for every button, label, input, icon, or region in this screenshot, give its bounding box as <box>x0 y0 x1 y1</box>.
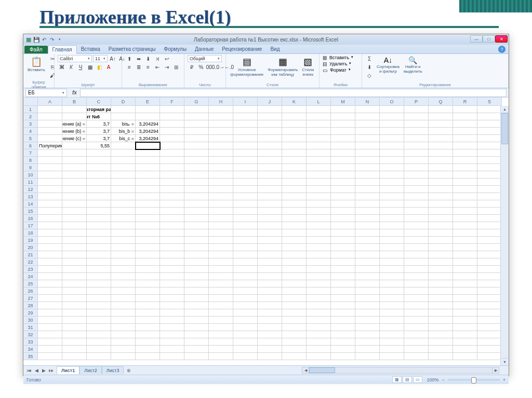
cell-F3[interactable] <box>160 120 184 128</box>
cell-E22[interactable] <box>136 258 160 266</box>
cell-B29[interactable] <box>62 309 87 317</box>
cell-M30[interactable] <box>331 317 355 324</box>
cell-P32[interactable] <box>404 331 429 338</box>
cell-R10[interactable] <box>453 171 477 179</box>
cell-I33[interactable] <box>233 338 258 346</box>
cell-O18[interactable] <box>380 229 404 237</box>
cell-I10[interactable] <box>233 171 258 179</box>
cell-N20[interactable] <box>355 244 380 251</box>
cell-M27[interactable] <box>331 295 355 302</box>
cell-H19[interactable] <box>209 237 233 244</box>
zoom-slider[interactable] <box>448 379 500 381</box>
cell-A10[interactable] <box>38 171 62 179</box>
cell-I3[interactable] <box>233 120 258 128</box>
cell-K33[interactable] <box>282 338 307 346</box>
cell-B34[interactable] <box>62 346 87 353</box>
cell-P3[interactable] <box>404 120 429 128</box>
cell-G19[interactable] <box>184 237 209 244</box>
format-cells-button[interactable]: ▭Формат▾ <box>323 67 351 73</box>
cell-E23[interactable] <box>136 266 160 273</box>
cell-N32[interactable] <box>355 331 380 338</box>
cell-M20[interactable] <box>331 244 355 251</box>
cell-K14[interactable] <box>282 200 307 208</box>
cell-S31[interactable] <box>477 324 502 331</box>
cell-G27[interactable] <box>184 295 209 302</box>
cell-S7[interactable] <box>477 149 502 157</box>
underline-icon[interactable]: Ч <box>76 63 85 71</box>
cell-M11[interactable] <box>331 179 355 186</box>
cell-G25[interactable] <box>184 280 209 287</box>
cell-M3[interactable] <box>331 120 355 128</box>
cell-L1[interactable] <box>307 106 331 113</box>
cell-J12[interactable] <box>258 186 282 193</box>
cell-A33[interactable] <box>38 338 62 346</box>
col-header-C[interactable]: C <box>87 98 111 106</box>
cell-I7[interactable] <box>233 149 258 157</box>
cell-G21[interactable] <box>184 251 209 258</box>
cell-B7[interactable] <box>62 149 87 157</box>
cell-L14[interactable] <box>307 200 331 208</box>
cell-G28[interactable] <box>184 302 209 309</box>
cell-S15[interactable] <box>477 208 502 215</box>
cell-E2[interactable] <box>136 113 160 120</box>
cell-M33[interactable] <box>331 338 355 346</box>
cell-G24[interactable] <box>184 273 209 280</box>
cell-F27[interactable] <box>160 295 184 302</box>
cell-N34[interactable] <box>355 346 380 353</box>
cell-G12[interactable] <box>184 186 209 193</box>
cell-K3[interactable] <box>282 120 307 128</box>
cell-R2[interactable] <box>453 113 477 120</box>
cell-C26[interactable] <box>87 287 111 295</box>
cell-S27[interactable] <box>477 295 502 302</box>
cell-F10[interactable] <box>160 171 184 179</box>
cell-J2[interactable] <box>258 113 282 120</box>
cell-P14[interactable] <box>404 200 429 208</box>
cell-O2[interactable] <box>380 113 404 120</box>
cell-D15[interactable] <box>111 208 136 215</box>
cell-E26[interactable] <box>136 287 160 295</box>
cell-B17[interactable] <box>62 222 87 229</box>
row-header-29[interactable]: 29 <box>23 309 38 317</box>
cell-J32[interactable] <box>258 331 282 338</box>
cell-L25[interactable] <box>307 280 331 287</box>
row-header-20[interactable]: 20 <box>23 244 38 251</box>
cell-A24[interactable] <box>38 273 62 280</box>
cell-G1[interactable] <box>184 106 209 113</box>
cell-F1[interactable] <box>160 106 184 113</box>
cell-R12[interactable] <box>453 186 477 193</box>
cell-A29[interactable] <box>38 309 62 317</box>
cell-P24[interactable] <box>404 273 429 280</box>
cell-P34[interactable] <box>404 346 429 353</box>
cell-I27[interactable] <box>233 295 258 302</box>
cell-H22[interactable] <box>209 258 233 266</box>
cell-C9[interactable] <box>87 164 111 171</box>
cell-H20[interactable] <box>209 244 233 251</box>
cell-C25[interactable] <box>87 280 111 287</box>
cell-L33[interactable] <box>307 338 331 346</box>
cell-R16[interactable] <box>453 215 477 222</box>
row-header-16[interactable]: 16 <box>23 215 38 222</box>
cell-M16[interactable] <box>331 215 355 222</box>
cell-S12[interactable] <box>477 186 502 193</box>
clear-icon[interactable]: ◇ <box>365 72 374 79</box>
cell-A4[interactable] <box>38 128 62 135</box>
comma-icon[interactable]: 000 <box>206 63 215 71</box>
cell-D18[interactable] <box>111 229 136 237</box>
cell-F13[interactable] <box>160 193 184 200</box>
cell-J4[interactable] <box>258 128 282 135</box>
new-sheet-icon[interactable]: ⊕ <box>124 368 134 373</box>
cell-N14[interactable] <box>355 200 380 208</box>
cell-N6[interactable] <box>355 142 380 149</box>
row-header-34[interactable]: 34 <box>23 346 38 353</box>
cell-D6[interactable] <box>111 142 136 149</box>
cell-O21[interactable] <box>380 251 404 258</box>
cell-N28[interactable] <box>355 302 380 309</box>
cell-F12[interactable] <box>160 186 184 193</box>
cell-H32[interactable] <box>209 331 233 338</box>
cell-G3[interactable] <box>184 120 209 128</box>
cell-H11[interactable] <box>209 179 233 186</box>
worksheet-grid[interactable]: ABCDEFGHIJKLMNOPQRS 1Лабораторная работа… <box>23 98 509 365</box>
cell-M5[interactable] <box>331 135 355 142</box>
cell-A35[interactable] <box>38 353 62 360</box>
cell-D34[interactable] <box>111 346 136 353</box>
